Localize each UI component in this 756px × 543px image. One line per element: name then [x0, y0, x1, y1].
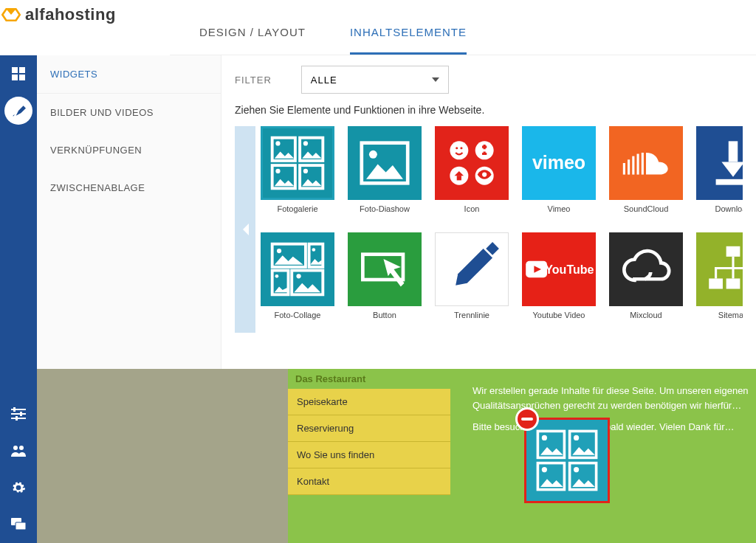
- svg-point-65: [574, 435, 579, 440]
- gallery-icon: [269, 134, 326, 192]
- svg-rect-52: [486, 242, 499, 255]
- svg-point-31: [460, 147, 462, 149]
- widget-label: Mixcloud: [609, 311, 683, 319]
- chevron-left-icon: [241, 224, 249, 235]
- widget-tile: [435, 232, 509, 306]
- svg-rect-11: [16, 416, 18, 421]
- nav-item[interactable]: Speisekarte: [288, 389, 450, 415]
- svg-rect-55: [726, 246, 740, 257]
- tab-content[interactable]: INHALTSELEMENTE: [350, 26, 467, 55]
- nav-item[interactable]: Kontakt: [288, 468, 450, 495]
- rail-sliders[interactable]: [0, 395, 37, 432]
- rail-grid[interactable]: [0, 55, 37, 92]
- cat-clip[interactable]: ZWISCHENABLAGE: [37, 169, 221, 207]
- svg-rect-35: [623, 163, 625, 175]
- cat-links[interactable]: VERKNÜPFUNGEN: [37, 131, 221, 169]
- widget-collage[interactable]: Foto-Collage: [257, 232, 338, 336]
- widget-vimeo[interactable]: vimeoVimeo: [518, 126, 599, 229]
- svg-marker-1: [7, 9, 16, 15]
- svg-rect-5: [19, 75, 25, 80]
- svg-point-30: [456, 147, 458, 149]
- tab-design[interactable]: DESIGN / LAYOUT: [199, 26, 306, 55]
- button-icon: [356, 241, 413, 298]
- brand-logo: alfahosting: [0, 0, 170, 30]
- widget-download[interactable]: Download: [693, 126, 743, 229]
- widget-trennlinie[interactable]: Trennlinie: [431, 232, 512, 336]
- svg-rect-2: [12, 67, 18, 73]
- widget-soundcloud[interactable]: SoundCloud: [605, 126, 687, 229]
- widget-label: Download: [696, 204, 743, 213]
- widget-label: Button: [348, 311, 422, 319]
- download-icon: [704, 134, 743, 192]
- svg-rect-57: [726, 278, 740, 288]
- svg-point-50: [296, 274, 300, 278]
- rail-gear[interactable]: [0, 469, 37, 506]
- widget-youtube[interactable]: YouTubeYoutube Video: [518, 232, 599, 336]
- preview-leftcol: [37, 369, 288, 543]
- widget-tile: [261, 126, 334, 200]
- widget-diashow[interactable]: Foto-Diashow: [344, 126, 425, 229]
- svg-point-12: [13, 446, 18, 450]
- svg-point-23: [303, 169, 308, 173]
- svg-rect-38: [637, 154, 639, 175]
- svg-point-48: [312, 248, 316, 252]
- widget-label: Foto-Diashow: [348, 204, 422, 213]
- left-rail: [0, 55, 37, 543]
- widget-mixcloud[interactable]: Mixcloud: [605, 232, 687, 336]
- widget-icon[interactable]: Icon: [431, 126, 512, 229]
- widget-tile: [609, 126, 683, 200]
- svg-point-33: [482, 172, 487, 176]
- nav-item[interactable]: Reservierung: [288, 415, 450, 442]
- cloud-icon: [617, 241, 675, 298]
- rail-brush[interactable]: [4, 97, 32, 125]
- logo-icon: [1, 5, 21, 24]
- pencil-icon: [443, 241, 501, 298]
- youtube-icon: YouTube: [523, 255, 594, 284]
- widget-tile: [348, 232, 422, 306]
- svg-text:YouTube: YouTube: [545, 263, 594, 276]
- rail-people[interactable]: [0, 432, 37, 469]
- drag-ghost[interactable]: [524, 418, 610, 503]
- widget-label: Vimeo: [522, 204, 596, 213]
- sliders-icon: [11, 407, 26, 421]
- svg-rect-36: [628, 159, 630, 174]
- filter-select[interactable]: ALLE: [301, 66, 449, 94]
- widget-button[interactable]: Button: [344, 232, 425, 336]
- preview-p2: Bitte besuchen Sie diese Seite bald wied…: [472, 420, 749, 435]
- collage-icon: [269, 241, 326, 298]
- svg-rect-37: [632, 156, 634, 175]
- widget-label: Sitemap: [696, 311, 743, 319]
- svg-point-22: [275, 169, 280, 173]
- rail-chat[interactable]: [0, 506, 37, 543]
- chevron-down-icon: [432, 77, 439, 82]
- svg-rect-15: [16, 522, 26, 530]
- widget-tile: [696, 126, 743, 200]
- svg-rect-39: [642, 153, 644, 175]
- widget-label: Youtube Video: [522, 311, 596, 319]
- widget-fotogalerie[interactable]: Fotogalerie: [257, 126, 338, 229]
- gear-icon: [11, 480, 26, 495]
- no-drop-icon: [515, 407, 539, 431]
- svg-point-13: [19, 446, 24, 450]
- cat-widgets[interactable]: WIDGETS: [37, 55, 221, 94]
- preview-p1: Wir erstellen gerade Inhalte für diese S…: [472, 384, 749, 412]
- widget-label: Icon: [435, 204, 509, 213]
- gallery-icon: [534, 427, 600, 494]
- cat-bilder[interactable]: BILDER UND VIDEOS: [37, 94, 221, 131]
- nav-item[interactable]: Wo Sie uns finden: [288, 442, 450, 468]
- widget-tile: vimeo: [522, 126, 596, 200]
- filter-value: ALLE: [311, 75, 337, 86]
- image-icon: [356, 134, 413, 192]
- svg-point-64: [542, 435, 547, 440]
- grid-icon: [11, 66, 26, 81]
- svg-rect-9: [13, 407, 16, 412]
- gallery-prev-button[interactable]: [235, 126, 255, 333]
- widget-sitemap[interactable]: Sitemap: [693, 232, 743, 336]
- widget-gallery: FotogalerieFoto-DiashowIconvimeoVimeoSou…: [257, 126, 743, 336]
- editor-hint: Ziehen Sie Elemente und Funktionen in ih…: [235, 104, 743, 116]
- filter-label: FILTER: [235, 75, 272, 86]
- svg-rect-4: [12, 75, 18, 80]
- top-tabs: DESIGN / LAYOUT INHALTSELEMENTE: [170, 0, 756, 55]
- widget-label: Fotogalerie: [261, 204, 334, 213]
- site-preview: Das Restaurant Speisekarte Reservierung …: [37, 369, 756, 543]
